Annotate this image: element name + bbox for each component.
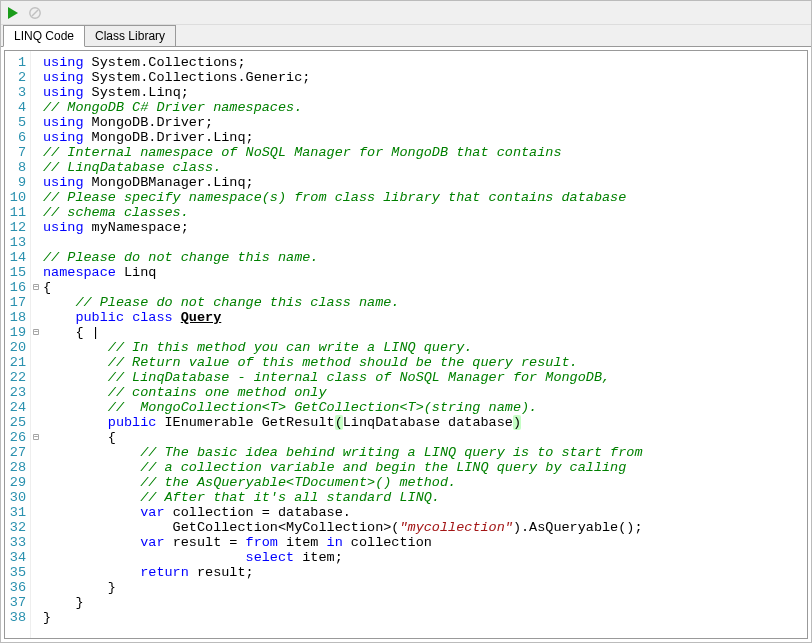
code-line[interactable]: // contains one method only	[43, 385, 807, 400]
code-line[interactable]: using MongoDB.Driver.Linq;	[43, 130, 807, 145]
line-number: 17	[7, 295, 26, 310]
fold-marker	[31, 535, 41, 550]
line-number: 15	[7, 265, 26, 280]
code-line[interactable]: {	[43, 280, 807, 295]
line-number: 4	[7, 100, 26, 115]
code-line[interactable]: namespace Linq	[43, 265, 807, 280]
code-line[interactable]: GetCollection<MyCollection>("mycollectio…	[43, 520, 807, 535]
line-number: 30	[7, 490, 26, 505]
code-line[interactable]: // After that it's all standard LINQ.	[43, 490, 807, 505]
line-number: 34	[7, 550, 26, 565]
fold-marker	[31, 55, 41, 70]
fold-marker	[31, 475, 41, 490]
code-line[interactable]: // LinqDatabase - internal class of NoSQ…	[43, 370, 807, 385]
line-number: 19	[7, 325, 26, 340]
toolbar	[1, 1, 811, 25]
line-number: 27	[7, 445, 26, 460]
fold-marker	[31, 520, 41, 535]
run-icon	[7, 7, 19, 19]
fold-marker	[31, 145, 41, 160]
fold-marker	[31, 415, 41, 430]
code-line[interactable]: select item;	[43, 550, 807, 565]
fold-marker[interactable]: ⊟	[31, 325, 41, 340]
code-line[interactable]: // MongoCollection<T> GetCollection<T>(s…	[43, 400, 807, 415]
code-line[interactable]: using MongoDB.Driver;	[43, 115, 807, 130]
code-line[interactable]: using MongoDBManager.Linq;	[43, 175, 807, 190]
line-number: 35	[7, 565, 26, 580]
fold-marker	[31, 100, 41, 115]
fold-marker	[31, 610, 41, 625]
fold-marker	[31, 85, 41, 100]
code-line[interactable]: // the AsQueryable<TDocument>() method.	[43, 475, 807, 490]
code-line[interactable]: // The basic idea behind writing a LINQ …	[43, 445, 807, 460]
code-line[interactable]: using myNamespace;	[43, 220, 807, 235]
fold-marker	[31, 460, 41, 475]
line-number: 5	[7, 115, 26, 130]
fold-marker	[31, 205, 41, 220]
code-area[interactable]: using System.Collections;using System.Co…	[41, 51, 807, 638]
fold-marker	[31, 595, 41, 610]
code-line[interactable]: }	[43, 595, 807, 610]
fold-marker	[31, 220, 41, 235]
code-line[interactable]: // Return value of this method should be…	[43, 355, 807, 370]
code-line[interactable]: public IEnumerable GetResult(LinqDatabas…	[43, 415, 807, 430]
code-line[interactable]: // Please do not change this name.	[43, 250, 807, 265]
fold-marker	[31, 160, 41, 175]
stop-button[interactable]	[27, 5, 43, 21]
code-line[interactable]: // Please specify namespace(s) from clas…	[43, 190, 807, 205]
code-line[interactable]: // MongoDB C# Driver namespaces.	[43, 100, 807, 115]
code-line[interactable]: // LinqDatabase class.	[43, 160, 807, 175]
line-number: 12	[7, 220, 26, 235]
tab-class-library[interactable]: Class Library	[84, 25, 176, 46]
fold-marker	[31, 400, 41, 415]
code-line[interactable]: using System.Linq;	[43, 85, 807, 100]
run-button[interactable]	[5, 5, 21, 21]
code-line[interactable]	[43, 235, 807, 250]
fold-marker	[31, 115, 41, 130]
line-number: 24	[7, 400, 26, 415]
code-line[interactable]: {	[43, 430, 807, 445]
code-line[interactable]: using System.Collections.Generic;	[43, 70, 807, 85]
code-line[interactable]: // a collection variable and begin the L…	[43, 460, 807, 475]
code-editor[interactable]: 1234567891011121314151617181920212223242…	[4, 50, 808, 639]
line-number: 14	[7, 250, 26, 265]
code-line[interactable]: // In this method you can write a LINQ q…	[43, 340, 807, 355]
code-line[interactable]: // Internal namespace of NoSQL Manager f…	[43, 145, 807, 160]
line-number: 7	[7, 145, 26, 160]
svg-line-2	[32, 10, 38, 16]
fold-marker	[31, 370, 41, 385]
svg-marker-0	[8, 7, 18, 19]
fold-marker	[31, 505, 41, 520]
fold-marker	[31, 235, 41, 250]
code-line[interactable]: // Please do not change this class name.	[43, 295, 807, 310]
line-number: 13	[7, 235, 26, 250]
fold-gutter: ⊟⊟⊟	[31, 51, 41, 638]
line-number: 16	[7, 280, 26, 295]
code-line[interactable]: var result = from item in collection	[43, 535, 807, 550]
fold-marker[interactable]: ⊟	[31, 430, 41, 445]
code-line[interactable]: using System.Collections;	[43, 55, 807, 70]
fold-marker	[31, 385, 41, 400]
code-line[interactable]: public class Query	[43, 310, 807, 325]
line-number: 3	[7, 85, 26, 100]
line-number: 11	[7, 205, 26, 220]
code-line[interactable]: }	[43, 580, 807, 595]
tab-linq-code[interactable]: LINQ Code	[3, 25, 85, 47]
fold-marker	[31, 130, 41, 145]
line-number: 33	[7, 535, 26, 550]
code-line[interactable]: }	[43, 610, 807, 625]
fold-marker	[31, 340, 41, 355]
fold-marker	[31, 310, 41, 325]
line-number: 32	[7, 520, 26, 535]
line-number-gutter: 1234567891011121314151617181920212223242…	[5, 51, 31, 638]
line-number: 20	[7, 340, 26, 355]
code-line[interactable]: // schema classes.	[43, 205, 807, 220]
code-line[interactable]: return result;	[43, 565, 807, 580]
editor-container: 1234567891011121314151617181920212223242…	[0, 46, 812, 643]
line-number: 38	[7, 610, 26, 625]
fold-marker[interactable]: ⊟	[31, 280, 41, 295]
fold-marker	[31, 445, 41, 460]
code-line[interactable]: var collection = database.	[43, 505, 807, 520]
line-number: 22	[7, 370, 26, 385]
code-line[interactable]: { |	[43, 325, 807, 340]
